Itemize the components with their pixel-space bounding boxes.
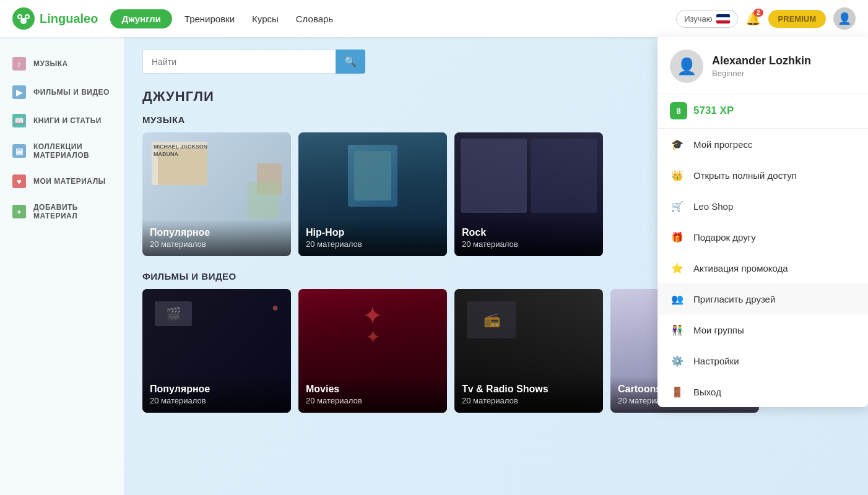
logo[interactable]: Lingualeo — [12, 7, 98, 30]
menu-item-label: Leo Shop — [693, 201, 733, 212]
notification-badge: 2 — [753, 9, 763, 17]
card-overlay: Tv & Radio Shows 20 материалов — [454, 376, 603, 413]
xp-row: 8 5731 XP — [658, 93, 868, 129]
card-count: 20 материалов — [462, 396, 596, 405]
add-material-icon: + — [12, 205, 26, 218]
nav-training[interactable]: Тренировки — [176, 9, 243, 28]
lang-label: Изучаю — [684, 14, 712, 24]
user-name: Alexander Lozhkin — [712, 54, 811, 67]
card-name: Hip-Hop — [306, 227, 440, 238]
menu-item-gift[interactable]: 🎁 Подарок другу — [658, 222, 868, 252]
card-overlay: Movies 20 материалов — [298, 376, 447, 413]
menu-item-label: Мой прогресс — [693, 139, 753, 150]
books-icon: 📖 — [12, 114, 26, 127]
card-movies[interactable]: ✦ ✦ Movies 20 материалов — [298, 289, 447, 413]
menu-item-progress[interactable]: 🎓 Мой прогресс — [658, 129, 868, 160]
menu-item-label: Пригласить друзей — [693, 294, 775, 304]
svg-point-4 — [19, 15, 21, 18]
card-overlay: Hip-Hop 20 материалов — [298, 220, 447, 256]
flag-icon — [716, 14, 730, 24]
collections-icon: ▤ — [12, 144, 26, 158]
card-overlay: Популярное 20 материалов — [142, 220, 291, 256]
invite-icon: 👥 — [670, 291, 685, 306]
user-level: Beginner — [712, 69, 811, 78]
shop-icon: 🛒 — [670, 199, 685, 213]
menu-item-settings[interactable]: ⚙️ Настройки — [658, 345, 868, 376]
logout-icon: 🚪 — [670, 384, 685, 399]
sidebar-item-label: КОЛЛЕКЦИИ МАТЕРИАЛОВ — [33, 142, 111, 160]
groups-icon: 👫 — [670, 322, 685, 337]
card-name: Movies — [306, 384, 440, 395]
menu-item-invite[interactable]: 👥 Пригласить друзей — [658, 283, 868, 314]
sidebar-item-add-material[interactable]: + ДОБАВИТЬ МАТЕРИАЛ — [0, 196, 124, 228]
sidebar-item-films[interactable]: ▶ ФИЛЬМЫ И ВИДЕО — [0, 78, 124, 106]
card-name: Tv & Radio Shows — [462, 384, 596, 395]
menu-item-label: Настройки — [693, 356, 739, 366]
language-selector[interactable]: Изучаю — [676, 10, 737, 28]
search-input[interactable] — [142, 50, 336, 74]
menu-item-full-access[interactable]: 👑 Открыть полный доступ — [658, 160, 868, 191]
sidebar-item-label: ФИЛЬМЫ И ВИДЕО — [33, 88, 110, 97]
menu-item-logout[interactable]: 🚪 Выход — [658, 376, 868, 407]
sidebar-item-my-materials[interactable]: ♥ МОИ МАТЕРИАЛЫ — [0, 167, 124, 196]
promo-icon: ⭐ — [670, 260, 685, 275]
xp-value: 5731 XP — [693, 105, 734, 117]
card-name: Rock — [462, 227, 596, 238]
my-materials-icon: ♥ — [12, 174, 26, 188]
dropdown-header: 👤 Alexander Lozhkin Beginner — [658, 37, 868, 93]
sidebar-item-label: МОИ МАТЕРИАЛЫ — [33, 177, 106, 186]
menu-item-leo-shop[interactable]: 🛒 Leo Shop — [658, 191, 868, 222]
logo-icon — [12, 7, 35, 30]
card-overlay: Популярное 20 материалов — [142, 376, 291, 413]
avatar-button[interactable]: 👤 — [833, 7, 856, 30]
svg-point-3 — [20, 18, 27, 24]
header-right: Изучаю 🔔 2 PREMIUM 👤 — [676, 7, 856, 30]
xp-badge: 8 — [670, 102, 687, 119]
search-bar: 🔍 — [142, 50, 365, 74]
user-dropdown: 👤 Alexander Lozhkin Beginner 8 5731 XP 🎓… — [658, 37, 868, 407]
user-info: Alexander Lozhkin Beginner — [712, 54, 811, 78]
card-count: 20 материалов — [150, 239, 284, 249]
card-rock[interactable]: Rock 20 материалов — [454, 132, 603, 256]
premium-button[interactable]: PREMIUM — [768, 10, 826, 28]
nav-courses[interactable]: Курсы — [243, 9, 287, 28]
sidebar-item-collections[interactable]: ▤ КОЛЛЕКЦИИ МАТЕРИАЛОВ — [0, 135, 124, 167]
header: Lingualeo Джунгли Тренировки Курсы Слова… — [0, 0, 868, 37]
card-name: Популярное — [150, 227, 284, 238]
card-name: Популярное — [150, 384, 284, 395]
card-popular-music[interactable]: MICHAEL JACKSONMADUNA Популярное 20 мате… — [142, 132, 291, 256]
card-overlay: Rock 20 материалов — [454, 220, 603, 256]
settings-icon: ⚙️ — [670, 353, 685, 368]
crown-icon: 👑 — [670, 168, 685, 183]
films-icon: ▶ — [12, 85, 26, 99]
card-count: 20 материалов — [306, 396, 440, 405]
sidebar-item-label: ДОБАВИТЬ МАТЕРИАЛ — [33, 203, 111, 220]
menu-item-label: Мои группы — [693, 325, 744, 335]
nav-dictionary[interactable]: Словарь — [287, 9, 342, 28]
menu-item-label: Выход — [693, 387, 721, 397]
gift-icon: 🎁 — [670, 230, 685, 244]
menu-item-label: Активация промокода — [693, 263, 788, 273]
card-popular-video[interactable]: 🎬 ● Популярное 20 материалов — [142, 289, 291, 413]
menu-item-label: Подарок другу — [693, 232, 756, 243]
card-hiphop[interactable]: Hip-Hop 20 материалов — [298, 132, 447, 256]
progress-icon: 🎓 — [670, 137, 685, 152]
card-count: 20 материалов — [306, 239, 440, 249]
menu-item-label: Открыть полный доступ — [693, 170, 797, 181]
notifications-button[interactable]: 🔔 2 — [745, 11, 761, 26]
menu-item-groups[interactable]: 👫 Мои группы — [658, 314, 868, 345]
nav-jungle[interactable]: Джунгли — [110, 9, 171, 28]
sidebar: ♪ МУЗЫКА ▶ ФИЛЬМЫ И ВИДЕО 📖 КНИГИ И СТАТ… — [0, 37, 124, 495]
music-icon: ♪ — [12, 57, 26, 71]
menu-item-promo[interactable]: ⭐ Активация промокода — [658, 252, 868, 283]
card-count: 20 материалов — [150, 396, 284, 405]
sidebar-item-books[interactable]: 📖 КНИГИ И СТАТЬИ — [0, 106, 124, 135]
search-button[interactable]: 🔍 — [336, 50, 365, 74]
sidebar-item-music[interactable]: ♪ МУЗЫКА — [0, 50, 124, 78]
svg-point-5 — [26, 15, 28, 18]
sidebar-item-label: КНИГИ И СТАТЬИ — [33, 116, 102, 125]
card-count: 20 материалов — [462, 239, 596, 249]
sidebar-item-label: МУЗЫКА — [33, 59, 68, 68]
logo-text: Lingualeo — [40, 12, 98, 26]
card-tv[interactable]: 📻 Tv & Radio Shows 20 материалов — [454, 289, 603, 413]
